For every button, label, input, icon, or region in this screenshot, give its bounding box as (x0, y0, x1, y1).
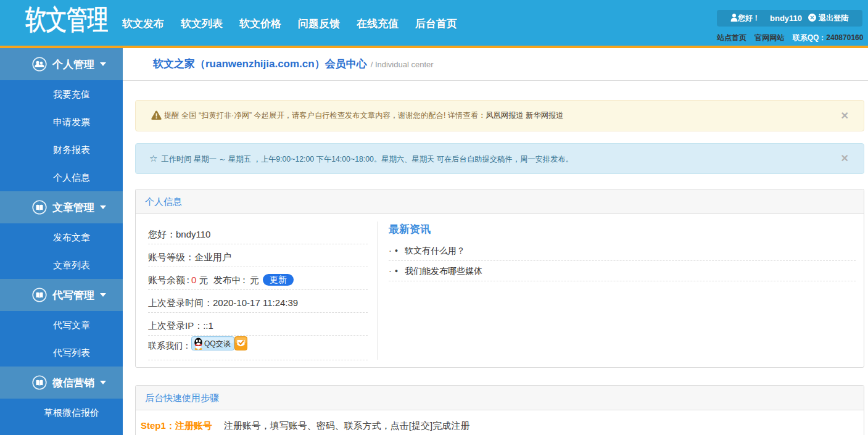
svg-text:QQ交谈: QQ交谈 (204, 339, 231, 348)
